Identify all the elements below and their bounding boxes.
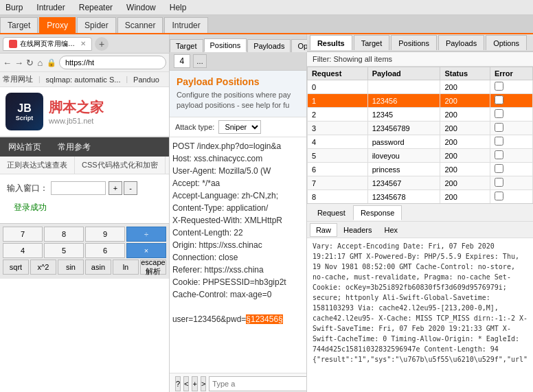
browser-tab[interactable]: 在线网页常用编码转换工具... ✕ — [3, 37, 92, 51]
cell-status: 200 — [440, 149, 490, 163]
home-button[interactable]: ⌂ — [36, 56, 44, 69]
error-checkbox[interactable] — [495, 178, 503, 187]
table-row[interactable]: 212345200 — [307, 108, 532, 122]
form-btn-minus[interactable]: - — [124, 181, 137, 195]
table-row[interactable]: 5iloveyou200 — [307, 149, 532, 163]
error-checkbox[interactable] — [495, 192, 503, 200]
results-tab-target[interactable]: Target — [354, 35, 390, 50]
browser-panel: 在线网页常用编码转换工具... ✕ + ← → ↻ ⌂ 🔒 常用网址 | sql… — [0, 34, 170, 392]
calc-btn-mul[interactable]: × — [126, 243, 166, 258]
bookmark-1[interactable]: 常用网址 — [3, 74, 33, 84]
success-message: 登录成功 — [7, 199, 162, 216]
tab-request[interactable]: Request — [310, 205, 353, 220]
tab-proxy[interactable]: Proxy — [39, 17, 76, 33]
calc-btn-7[interactable]: 7 — [3, 227, 43, 242]
url-bar[interactable] — [59, 56, 166, 69]
cell-request: 1 — [307, 94, 367, 108]
bookmark-3[interactable]: Panduo — [133, 76, 159, 84]
browser-favicon — [9, 40, 17, 48]
calc-btn-9[interactable]: 9 — [85, 227, 125, 242]
tab-target[interactable]: Target — [0, 17, 38, 33]
table-row[interactable]: 71234567200 — [307, 176, 532, 190]
error-checkbox[interactable] — [495, 150, 503, 159]
add-tab-button[interactable]: + — [95, 37, 109, 51]
pp-prev-button[interactable]: < — [183, 376, 189, 391]
calc-btn-sin[interactable]: sin — [58, 260, 84, 275]
intruder-tab-target[interactable]: Target — [170, 39, 203, 52]
cell-status: 200 — [440, 190, 490, 204]
error-checkbox[interactable] — [495, 82, 503, 91]
tab-close-button[interactable]: ✕ — [80, 40, 86, 47]
error-checkbox[interactable] — [495, 137, 503, 146]
req-line-blank — [172, 301, 304, 313]
calc-btn-escape[interactable]: escape解析 — [140, 260, 166, 275]
pp-next-button[interactable]: > — [201, 376, 206, 391]
raw-tab-hex[interactable]: Hex — [378, 223, 405, 237]
table-row[interactable]: 6princess200 — [307, 163, 532, 176]
tab-scanner[interactable]: Scanner — [117, 17, 163, 33]
results-tab-payloads[interactable]: Payloads — [438, 35, 484, 50]
calc-row-2: 4 5 6 × — [3, 243, 166, 258]
calc-btn-4[interactable]: 4 — [3, 243, 43, 258]
form-input[interactable] — [51, 181, 106, 195]
calc-btn-xpow2[interactable]: x^2 — [30, 260, 56, 275]
intruder-tab-bar: Target Positions Payloads Options — [170, 34, 306, 52]
back-button[interactable]: ← — [3, 56, 12, 69]
results-tbody: 0200112345620021234520031234567892004pas… — [307, 80, 532, 205]
calc-btn-8[interactable]: 8 — [44, 227, 84, 242]
raw-tab-headers[interactable]: Headers — [337, 223, 378, 237]
menu-burp[interactable]: Burp — [3, 1, 25, 14]
results-tab-options[interactable]: Options — [486, 35, 527, 50]
intruder-ellipsis-button[interactable]: … — [193, 54, 207, 68]
attack-type-select[interactable]: Sniper — [218, 120, 261, 134]
cell-payload — [367, 80, 440, 94]
table-row[interactable]: 0200 — [307, 80, 532, 94]
menu-help[interactable]: Help — [167, 1, 190, 14]
intruder-tab-positions[interactable]: Positions — [204, 38, 247, 52]
raw-tab-raw[interactable]: Raw — [310, 223, 337, 237]
col-status: Status — [440, 67, 490, 80]
reload-button[interactable]: ↻ — [26, 56, 34, 69]
error-checkbox[interactable] — [495, 95, 503, 104]
tab-response[interactable]: Response — [353, 205, 402, 220]
pp-type-input[interactable] — [209, 376, 306, 391]
cell-error — [490, 135, 532, 149]
results-tab-positions[interactable]: Positions — [391, 35, 437, 50]
calc-btn-6[interactable]: 6 — [85, 243, 125, 258]
req-line-payload: user=123456&pwd=§123456§ — [172, 313, 304, 325]
table-row[interactable]: 1123456200 — [307, 94, 532, 108]
table-row[interactable]: 4password200 — [307, 135, 532, 149]
subnav-css[interactable]: CSS代码格式化和加密 — [75, 157, 166, 174]
calc-btn-sqrt[interactable]: sqrt — [3, 260, 29, 275]
form-btn-plus[interactable]: + — [109, 181, 122, 195]
calc-btn-div[interactable]: ÷ — [126, 227, 166, 242]
menu-window[interactable]: Window — [124, 1, 159, 14]
payload-marker: §123456§ — [246, 314, 282, 324]
tab-spider[interactable]: Spider — [77, 17, 116, 33]
calc-btn-ln[interactable]: ln — [113, 260, 139, 275]
site-nav-ref[interactable]: 常用参考 — [49, 137, 99, 157]
pp-add-button[interactable]: + — [192, 376, 197, 391]
cell-error — [490, 149, 532, 163]
pp-desc: Configure the positions where paypayload… — [177, 90, 299, 111]
error-checkbox[interactable] — [495, 109, 503, 118]
menu-intruder[interactable]: Intruder — [34, 1, 67, 14]
calc-btn-5[interactable]: 5 — [44, 243, 84, 258]
pp-help-button[interactable]: ? — [175, 376, 181, 391]
results-tab-results[interactable]: Results — [310, 35, 352, 50]
cell-status: 200 — [440, 108, 490, 122]
menu-repeater[interactable]: Repeater — [76, 1, 115, 14]
results-tab-bar: Results Target Positions Payloads Option… — [307, 34, 533, 52]
error-checkbox[interactable] — [495, 164, 503, 173]
intruder-tab-payloads[interactable]: Payloads — [247, 39, 291, 52]
forward-button[interactable]: → — [14, 56, 23, 69]
table-row[interactable]: 812345678200 — [307, 190, 532, 204]
bookmark-2[interactable]: sqlmap: automatic S... — [46, 76, 121, 84]
calc-btn-asin[interactable]: asin — [85, 260, 111, 275]
error-checkbox[interactable] — [495, 123, 503, 132]
table-row[interactable]: 3123456789200 — [307, 122, 532, 135]
site-nav-home[interactable]: 网站首页 — [0, 137, 49, 157]
subnav-regex[interactable]: 正则表达式速查表 — [0, 157, 75, 174]
cell-error — [490, 163, 532, 176]
tab-intruder[interactable]: Intruder — [164, 17, 207, 33]
